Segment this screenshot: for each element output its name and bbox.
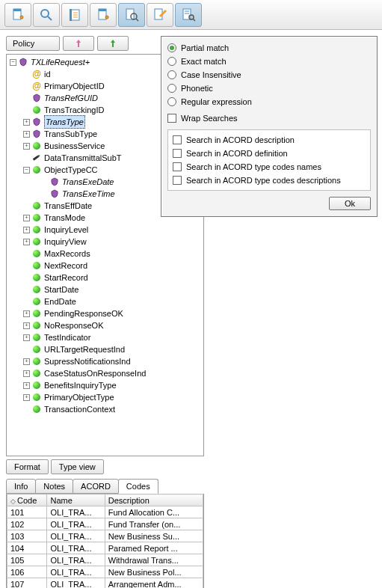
tool-search-button[interactable]: [33, 3, 60, 27]
checkbox-icon: [173, 162, 182, 171]
table-row[interactable]: 106OLI_TRA...New Business Pol...: [7, 566, 203, 578]
tool-edit-button[interactable]: [147, 3, 173, 27]
tool-find-page-button[interactable]: [118, 3, 145, 27]
tree-item[interactable]: +CaseStatusOnResponseInd: [8, 367, 202, 379]
tree-item[interactable]: +PrimaryObjectType: [8, 391, 202, 403]
checkbox-icon: [173, 135, 182, 144]
info-tabs: Info Notes ACORD Codes: [6, 479, 204, 494]
radio-icon: [167, 43, 176, 52]
radio-icon: [167, 97, 176, 106]
tree-item[interactable]: +BenefitsInquiryType: [8, 379, 202, 391]
policy-label: Policy: [13, 39, 34, 48]
filter-green-button[interactable]: [97, 36, 129, 51]
tab-info[interactable]: Info: [6, 479, 36, 494]
option-case-insensitive[interactable]: Case Insensitive: [167, 68, 371, 82]
table-row[interactable]: 104OLI_TRA...Paramed Report ...: [7, 542, 203, 554]
search-options-popup: Partial match Exact match Case Insensiti…: [161, 36, 378, 217]
svg-point-2: [20, 16, 23, 19]
tab-notes[interactable]: Notes: [35, 479, 73, 494]
checkbox-icon: [173, 176, 182, 185]
tab-codes[interactable]: Codes: [118, 479, 158, 494]
tree-item[interactable]: +PendingResponseOK: [8, 307, 202, 319]
format-tab[interactable]: Format: [6, 459, 49, 474]
wrap-searches-checkbox[interactable]: Wrap Searches: [167, 111, 371, 125]
tree-item[interactable]: TransactionContext: [8, 403, 202, 415]
svg-rect-23: [33, 156, 39, 161]
col-description[interactable]: Description: [105, 494, 203, 506]
svg-rect-1: [13, 9, 21, 11]
col-code[interactable]: ◇Code: [7, 494, 47, 506]
scope-type-codes-names[interactable]: Search in ACORD type codes names: [173, 160, 366, 174]
checkbox-icon: [173, 149, 182, 158]
svg-line-4: [48, 16, 52, 20]
svg-line-22: [193, 19, 195, 21]
tool-find-list-button[interactable]: [175, 3, 202, 27]
tool-doc-button[interactable]: [4, 3, 31, 27]
svg-line-15: [136, 19, 138, 21]
table-row[interactable]: 102OLI_TRA...Fund Transfer (on...: [7, 518, 203, 530]
tab-acord[interactable]: ACORD: [73, 479, 119, 494]
svg-rect-11: [99, 9, 106, 11]
table-row[interactable]: 105OLI_TRA...Withdrawal Trans...: [7, 554, 203, 566]
tree-item[interactable]: +InquiryLevel: [8, 224, 202, 236]
policy-button[interactable]: Policy: [6, 36, 60, 51]
option-exact-match[interactable]: Exact match: [167, 55, 371, 68]
svg-point-3: [41, 10, 49, 17]
tree-item[interactable]: MaxRecords: [8, 248, 202, 260]
search-scope-box: Search in ACORD description Search in AC…: [167, 129, 371, 191]
radio-icon: [167, 84, 176, 93]
tool-doc2-button[interactable]: [90, 3, 117, 27]
option-regex[interactable]: Regular expression: [167, 95, 371, 108]
col-name[interactable]: Name: [47, 494, 105, 506]
tree-item[interactable]: URLTargetRequestInd: [8, 343, 202, 355]
table-row[interactable]: 101OLI_TRA...Fund Allocation C...: [7, 506, 203, 518]
option-phonetic[interactable]: Phonetic: [167, 82, 371, 95]
tree-item[interactable]: +InquiryView: [8, 236, 202, 248]
svg-point-12: [105, 16, 108, 19]
svg-rect-6: [70, 9, 72, 21]
tree-item[interactable]: +NoResponseOK: [8, 319, 202, 331]
codes-grid[interactable]: ◇Code Name Description 101OLI_TRA...Fund…: [6, 494, 204, 588]
ok-button[interactable]: Ok: [329, 197, 371, 210]
tree-item[interactable]: EndDate: [8, 295, 202, 307]
scope-type-codes-descriptions[interactable]: Search in ACORD type codes descriptions: [173, 174, 366, 187]
tree-item[interactable]: StartDate: [8, 284, 202, 295]
tree-item[interactable]: +SupressNotificationsInd: [8, 355, 202, 367]
option-partial-match[interactable]: Partial match: [167, 41, 371, 55]
radio-icon: [167, 70, 176, 79]
filter-pink-button[interactable]: [63, 36, 94, 51]
table-row[interactable]: 107OLI_TRA...Arrangement Adm...: [7, 578, 203, 589]
tool-notes-button[interactable]: [61, 3, 88, 27]
scope-acord-description[interactable]: Search in ACORD description: [173, 133, 366, 147]
tree-item[interactable]: NextRecord: [8, 260, 202, 272]
checkbox-icon: [167, 114, 176, 123]
main-toolbar: [0, 0, 382, 30]
table-row[interactable]: 103OLI_TRA...New Business Su...: [7, 530, 203, 542]
type-view-tab[interactable]: Type view: [51, 459, 104, 474]
tree-item[interactable]: +TestIndicator: [8, 331, 202, 343]
radio-icon: [167, 57, 176, 66]
tree-item[interactable]: StartRecord: [8, 272, 202, 284]
scope-acord-definition[interactable]: Search in ACORD definition: [173, 147, 366, 160]
view-tabrow: Format Type view: [6, 459, 204, 474]
